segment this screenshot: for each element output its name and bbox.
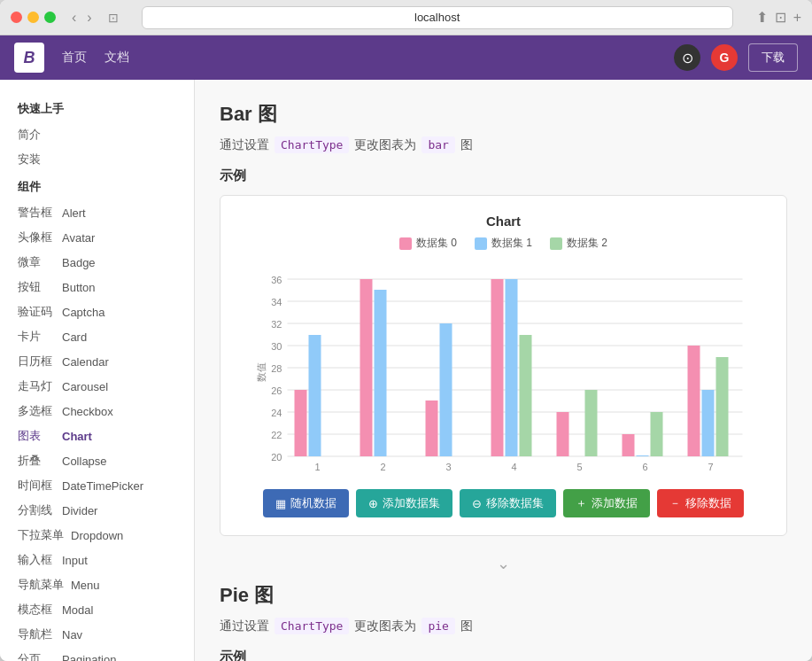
pie-section: Pie 图 通过设置 ChartType 更改图表为 pie 图 示例 (220, 582, 787, 661)
bar-d1-s5 (637, 455, 649, 456)
sidebar-item-avatar[interactable]: 头像框 Avatar (0, 225, 194, 250)
sidebar-item-alert[interactable]: 警告框 Alert (0, 200, 194, 225)
sidebar-item-checkbox[interactable]: 多选框 Checkbox (0, 399, 194, 424)
legend-item-1: 数据集 1 (475, 236, 532, 251)
main-layout: 快速上手 简介 安装 组件 警告框 Alert 头像框 Avatar 微章 Ba… (0, 80, 812, 661)
bar-d0-s2 (426, 400, 438, 456)
bar-d2-s4 (585, 390, 598, 456)
random-data-button[interactable]: ▦ 随机数据 (263, 489, 349, 517)
bar-d1-s2 (440, 323, 452, 456)
sidebar-section-components: 组件 (0, 172, 194, 200)
sidebar-item-menu[interactable]: 导航菜单 Menu (0, 572, 194, 597)
sidebar-item-install[interactable]: 安装 (0, 147, 194, 172)
bar-d0-s3 (491, 279, 504, 456)
bar-example-label: 示例 (220, 167, 787, 184)
sidebar-item-collapse[interactable]: 折叠 Collapse (0, 448, 194, 473)
svg-text:30: 30 (271, 341, 282, 352)
plus-icon: ＋ (576, 495, 587, 511)
sidebar: 快速上手 简介 安装 组件 警告框 Alert 头像框 Avatar 微章 Ba… (0, 80, 195, 661)
nav-docs[interactable]: 文档 (104, 50, 129, 66)
minus-circle-icon-1: ⊖ (472, 497, 482, 510)
svg-text:6: 6 (642, 462, 647, 472)
sidebar-item-carousel[interactable]: 走马灯 Carousel (0, 374, 194, 399)
remove-data-button[interactable]: － 移除数据 (657, 489, 744, 517)
sidebar-item-calendar[interactable]: 日历框 Calendar (0, 349, 194, 374)
window-icon: ⊡ (108, 11, 119, 25)
svg-text:7: 7 (708, 462, 713, 472)
sidebar-item-card[interactable]: 卡片 Card (0, 324, 194, 349)
sidebar-item-intro[interactable]: 简介 (0, 122, 194, 147)
svg-text:36: 36 (271, 275, 282, 285)
bar-d2-s6 (716, 357, 729, 456)
sidebar-item-badge[interactable]: 微章 Badge (0, 250, 194, 275)
github-icon: ⊙ (682, 50, 693, 66)
pie-example-label: 示例 (220, 649, 787, 661)
legend-item-2: 数据集 2 (550, 236, 607, 251)
minimize-button[interactable] (27, 12, 39, 23)
github-button[interactable]: ⊙ (674, 44, 700, 71)
sidebar-item-nav[interactable]: 导航栏 Nav (0, 622, 194, 647)
content-area: Bar 图 通过设置 ChartType 更改图表为 bar 图 示例 Char… (195, 80, 812, 661)
sidebar-item-dropdown[interactable]: 下拉菜单 Dropdown (0, 523, 194, 548)
brand-logo: B (14, 43, 44, 73)
legend-dot-0 (399, 237, 412, 250)
chart-legend: 数据集 0 数据集 1 数据集 2 (238, 236, 769, 251)
sidebar-item-modal[interactable]: 模态框 Modal (0, 597, 194, 622)
bar-d1-s1 (375, 290, 387, 456)
svg-text:5: 5 (576, 462, 582, 472)
close-button[interactable] (11, 12, 22, 23)
add-data-button[interactable]: ＋ 添加数据 (563, 489, 650, 517)
legend-dot-2 (550, 237, 562, 250)
bar-d0-s4 (557, 412, 569, 456)
svg-text:20: 20 (271, 452, 282, 463)
bar-d0-s6 (688, 346, 700, 456)
sidebar-item-captcha[interactable]: 验证码 Captcha (0, 299, 194, 324)
new-tab-button[interactable]: + (793, 10, 801, 26)
svg-text:34: 34 (271, 297, 282, 307)
bar-d0-s1 (360, 279, 373, 456)
bar-chart-container: Chart 数据集 0 数据集 1 数据集 2 (220, 195, 787, 536)
sidebar-item-datetimepicker[interactable]: 时间框 DateTimePicker (0, 473, 194, 498)
address-bar[interactable]: localhost (142, 6, 733, 29)
svg-text:1: 1 (314, 462, 320, 472)
chart-title: Chart (238, 214, 769, 229)
app-header: B 首页 文档 ⊙ G 下载 (0, 35, 812, 80)
bar-d1-s6 (702, 390, 715, 456)
g-button[interactable]: G (711, 44, 738, 71)
share-button[interactable]: ⬆ (756, 9, 768, 26)
chart-buttons: ▦ 随机数据 ⊕ 添加数据集 ⊖ 移除数据集 ＋ 添加数据 (238, 489, 769, 517)
sidebar-item-button[interactable]: 按钮 Button (0, 275, 194, 299)
chart-bar-icon: ▦ (275, 497, 286, 510)
sidebar-item-chart[interactable]: 图表 Chart (0, 424, 194, 448)
legend-dot-1 (475, 237, 487, 250)
svg-text:2: 2 (380, 462, 385, 472)
svg-text:26: 26 (271, 385, 282, 396)
pie-chart-desc: 通过设置 ChartType 更改图表为 pie 图 (220, 618, 787, 634)
nav-home[interactable]: 首页 (62, 50, 87, 66)
forward-button[interactable]: › (83, 10, 95, 26)
pie-badge: pie (421, 618, 454, 634)
bar-chart-svg: 20 22 24 26 28 30 32 34 36 数值 (238, 261, 769, 474)
legend-item-0: 数据集 0 (399, 236, 457, 251)
svg-text:天数: 天数 (505, 473, 526, 474)
back-button[interactable]: ‹ (68, 10, 80, 26)
pie-chart-title: Pie 图 (220, 582, 787, 609)
charttype-badge: ChartType (275, 136, 349, 153)
header-nav: 首页 文档 (62, 50, 129, 66)
svg-text:28: 28 (271, 363, 282, 374)
sidebar-item-divider[interactable]: 分割线 Divider (0, 498, 194, 523)
bar-d0-s5 (623, 434, 635, 456)
maximize-button[interactable] (44, 12, 56, 23)
bar-d1-s3 (506, 279, 518, 456)
download-button[interactable]: 下载 (748, 43, 798, 72)
bar-chart-title: Bar 图 (220, 101, 787, 128)
sidebar-item-input[interactable]: 输入框 Input (0, 548, 194, 572)
add-dataset-button[interactable]: ⊕ 添加数据集 (356, 489, 452, 517)
charttype-badge-pie: ChartType (275, 618, 349, 634)
bar-chart-desc: 通过设置 ChartType 更改图表为 bar 图 (220, 136, 787, 153)
remove-dataset-button[interactable]: ⊖ 移除数据集 (460, 489, 556, 517)
sidebar-toggle-button[interactable]: ⊡ (775, 9, 786, 26)
sidebar-item-pagination[interactable]: 分页 Pagination (0, 647, 194, 661)
app-window: ‹ › ⊡ localhost ⬆ ⊡ + B 首页 文档 ⊙ G 下载 (0, 0, 812, 661)
svg-text:数值: 数值 (256, 362, 267, 382)
